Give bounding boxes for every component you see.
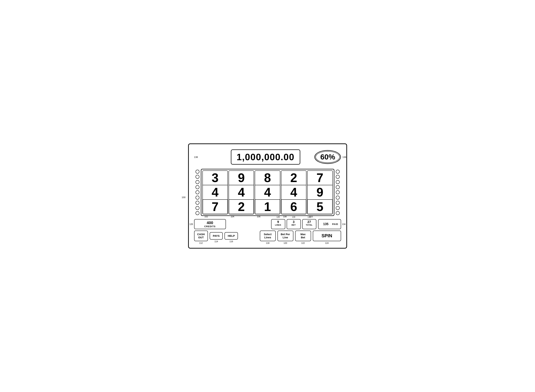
select-lines-wrapper: Select Lines 118 — [260, 231, 276, 244]
percentage-display: 60% — [314, 150, 341, 164]
left-circle-2 — [196, 175, 199, 179]
reel-1-cell-3: 7 — [203, 200, 228, 214]
ref-128-label: 128 — [277, 216, 280, 218]
ref-116-label: 116 — [229, 240, 233, 243]
right-circles — [334, 169, 341, 216]
left-circles — [194, 169, 201, 216]
ref-138-label: 138 — [194, 156, 198, 159]
reel-2: 942104 — [229, 170, 254, 214]
select-lines-button[interactable]: Select Lines — [260, 231, 276, 241]
info-lines-label: LINES — [275, 224, 281, 226]
reel-4: 246108 — [281, 170, 306, 214]
reels-grid: 347102942104841106246108795110 — [201, 169, 334, 216]
bet-per-line-wrapper: Bet Per Line 120 — [277, 231, 293, 244]
reel-4-cell-3: 6 — [281, 200, 306, 214]
info-row: 126 400 CREDITS 1289LINES1303BET13227TOT… — [194, 219, 341, 229]
reel-1-cell-2: 4 — [203, 185, 228, 200]
paid-label: PAID — [332, 223, 338, 225]
paid-value: 135 — [321, 222, 331, 226]
bet-per-line-button[interactable]: Bet Per Line — [277, 231, 293, 241]
ref-112-label: 112 — [199, 242, 203, 244]
reel-3-cell-1: 8 — [255, 171, 280, 185]
ref-134-label: 134 — [342, 223, 345, 225]
ref-118-label: 118 — [266, 242, 269, 244]
pays-wrapper: PAYS 114 — [210, 232, 223, 243]
right-circle-5 — [336, 190, 340, 194]
credits-label: CREDITS — [204, 225, 215, 228]
info-box-total: 13227TOTAL — [302, 219, 316, 229]
info-lines-value: 9 — [277, 220, 279, 224]
slot-machine: 100 138 1,000,000.00 60% 136 34710294210… — [188, 143, 347, 249]
help-wrapper: HELP 116 — [225, 232, 238, 243]
top-section: 138 1,000,000.00 60% 136 — [194, 149, 341, 165]
info-box-bet: 1303BET — [287, 219, 301, 229]
reel-5: 795110 — [307, 170, 333, 214]
left-circle-5 — [196, 190, 199, 194]
ref-120-label: 120 — [283, 242, 287, 244]
reel-1-cell-1: 3 — [203, 171, 228, 185]
max-bet-button[interactable]: Max Bet — [295, 231, 311, 241]
right-circle-9 — [336, 211, 340, 215]
credits-display: 126 400 CREDITS — [194, 219, 226, 229]
info-total-value: 27 — [307, 220, 311, 224]
left-circle-7 — [196, 201, 199, 205]
left-circle-9 — [196, 211, 199, 215]
ref-126-label: 126 — [190, 223, 193, 225]
info-total-label: TOTAL — [306, 224, 312, 226]
right-circle-6 — [336, 196, 340, 200]
reel-3-cell-2: 4 — [255, 185, 280, 200]
reel-2-ref: 104 — [231, 215, 234, 218]
reel-4-cell-2: 4 — [281, 185, 306, 200]
ref-114-label: 114 — [215, 240, 218, 243]
ref-132-label: 132 — [307, 216, 311, 218]
ref-124-label: 124 — [325, 242, 329, 244]
info-bet-value: 3 — [293, 220, 294, 224]
reels-area: 347102942104841106246108795110 — [194, 169, 341, 216]
reel-5-cell-3: 5 — [307, 200, 332, 214]
jackpot-display: 1,000,000.00 — [231, 149, 301, 165]
reel-3-ref: 106 — [257, 215, 260, 218]
reel-4-ref: 108 — [283, 215, 287, 218]
reel-5-cell-2: 9 — [307, 185, 332, 200]
left-circle-6 — [196, 196, 199, 200]
info-box-lines: 1289LINES — [271, 219, 285, 229]
left-circle-8 — [196, 206, 199, 210]
credits-amount: 400 — [207, 220, 213, 225]
left-circle-1 — [196, 170, 199, 174]
reel-2-cell-2: 4 — [229, 185, 254, 200]
reel-1-ref: 102 — [205, 215, 208, 218]
cash-out-button[interactable]: CASH OUT — [194, 231, 208, 241]
right-circle-1 — [336, 170, 340, 174]
reel-2-cell-3: 2 — [229, 200, 254, 214]
right-circle-4 — [336, 185, 340, 189]
info-bet-label: BET — [291, 224, 296, 226]
buttons-row: CASH OUT 112 PAYS 114 HELP 116 Select Li… — [194, 231, 341, 244]
right-circle-2 — [336, 175, 340, 179]
reel-5-cell-1: 7 — [307, 171, 332, 185]
ref-130-label: 130 — [292, 216, 295, 218]
right-circle-8 — [336, 206, 340, 210]
reel-3: 841106 — [255, 170, 280, 214]
right-circle-3 — [336, 180, 340, 184]
ref-100-label: 100 — [182, 196, 186, 199]
spin-wrapper: SPIN 124 — [313, 231, 341, 244]
ref-122-label: 122 — [301, 242, 305, 244]
left-circle-4 — [196, 185, 199, 189]
paid-display: 135 PAID 134 — [318, 219, 341, 229]
right-circle-7 — [336, 201, 340, 205]
info-displays: 1289LINES1303BET13227TOTAL — [271, 219, 316, 229]
reel-3-cell-3: 1 — [255, 200, 280, 214]
reel-2-cell-1: 9 — [229, 171, 254, 185]
spin-button[interactable]: SPIN — [313, 231, 341, 241]
max-bet-wrapper: Max Bet 122 — [295, 231, 311, 244]
cash-out-wrapper: CASH OUT 112 — [194, 231, 208, 244]
pays-button[interactable]: PAYS — [210, 232, 223, 240]
left-circle-3 — [196, 180, 199, 184]
controls-section: 126 400 CREDITS 1289LINES1303BET13227TOT… — [194, 219, 341, 244]
reel-4-cell-1: 2 — [281, 171, 306, 185]
ref-136-label: 136 — [343, 156, 346, 159]
reel-1: 347102 — [202, 170, 228, 214]
help-button[interactable]: HELP — [225, 232, 238, 240]
